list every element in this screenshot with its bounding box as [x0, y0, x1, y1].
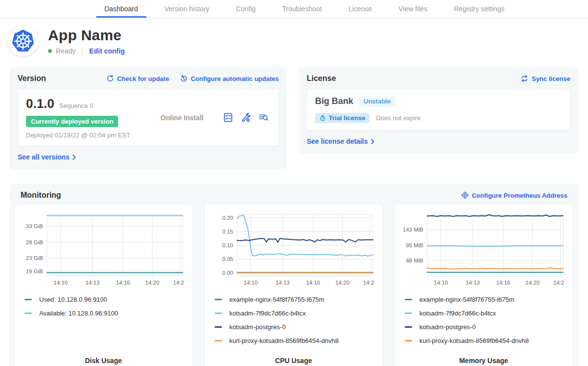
legend-item: example-nginx-54f8f76755-l675m: [403, 296, 564, 303]
svg-text:0.15: 0.15: [222, 229, 233, 235]
gear-icon: [461, 191, 469, 199]
legend-swatch: [405, 313, 412, 314]
svg-text:14:23: 14:23: [553, 280, 564, 286]
edit-config-icon[interactable]: [241, 112, 251, 123]
legend-item: kotsadm-postgres-0: [403, 323, 564, 331]
svg-text:14:16: 14:16: [116, 280, 130, 286]
chevron-right-icon: [371, 139, 374, 144]
legend-label: kotsadm-postgres-0: [419, 323, 476, 331]
legend-label: kotsadm-7f9dc7d66c-b4tcx: [229, 310, 306, 317]
legend-label: kotsadm-7f9dc7d66c-b4tcx: [419, 310, 496, 317]
memory-usage-chart[interactable]: 14:1014:1314:1614:2014:23143 MiB95 MiB48…: [403, 211, 564, 290]
license-details-card: Big Bank Unstable Trial license Does not…: [307, 89, 570, 131]
check-for-update-button[interactable]: Check for update: [106, 75, 169, 82]
license-card-title: License: [307, 74, 336, 83]
see-license-details-link[interactable]: See license details: [307, 137, 374, 145]
tab-license[interactable]: License: [335, 0, 385, 18]
cpu-usage-chart[interactable]: 14:1014:1314:1614:2014:230.200.150.100.0…: [213, 211, 374, 290]
disk-usage-card: 14:1014:1314:1614:2014:2333 GiB28 GiB23 …: [15, 205, 192, 366]
legend-swatch: [215, 313, 222, 314]
legend-item: kotsadm-7f9dc7d66c-b4tcx: [213, 310, 374, 317]
edit-config-link[interactable]: Edit config: [89, 47, 124, 55]
license-card: License Sync license Big Bank Unstable: [299, 67, 578, 154]
svg-text:0.20: 0.20: [222, 215, 233, 221]
charts-row: 14:1014:1314:1614:2014:2333 GiB28 GiB23 …: [15, 205, 573, 366]
svg-text:14:10: 14:10: [434, 280, 448, 286]
view-logs-icon[interactable]: [258, 112, 269, 123]
channel-badge: Unstable: [359, 96, 395, 106]
svg-text:14:13: 14:13: [85, 280, 99, 286]
chart-title: Memory Usage: [403, 357, 564, 366]
legend-item: Available: 10.128.0.96:9100: [23, 310, 184, 317]
svg-text:14:20: 14:20: [525, 280, 539, 286]
svg-text:48 MiB: 48 MiB: [406, 258, 423, 263]
tab-view-files[interactable]: View files: [385, 0, 441, 18]
legend-swatch: [215, 299, 222, 300]
tab-config[interactable]: Config: [222, 0, 269, 18]
legend-swatch: [405, 299, 412, 300]
configure-automatic-updates-button[interactable]: Configure automatic updates: [180, 75, 279, 82]
sync-license-button[interactable]: Sync license: [520, 75, 570, 82]
page-title: App Name: [48, 27, 124, 44]
svg-text:143 MiB: 143 MiB: [403, 227, 423, 233]
preflight-checks-icon[interactable]: [223, 112, 233, 123]
svg-text:19 GiB: 19 GiB: [26, 268, 43, 274]
legend-swatch: [405, 326, 412, 328]
svg-text:0.00: 0.00: [222, 270, 233, 276]
svg-text:0.05: 0.05: [222, 256, 233, 262]
deployed-timestamp: Deployed 01/19/22 @ 02:04 pm EST: [26, 131, 141, 139]
refresh-icon: [106, 75, 114, 82]
disk-usage-chart[interactable]: 14:1014:1314:1614:2014:2333 GiB28 GiB23 …: [23, 211, 184, 290]
svg-text:33 GiB: 33 GiB: [26, 223, 43, 229]
tab-version-history[interactable]: Version history: [151, 0, 223, 18]
legend-swatch: [215, 340, 222, 341]
legend-item: kotsadm-7f9dc7d66c-b4tcx: [403, 310, 564, 317]
legend-swatch: [215, 326, 222, 328]
tab-registry-settings[interactable]: Registry settings: [441, 0, 517, 18]
app-logo: [8, 26, 38, 56]
sequence-label: Sequence 0: [59, 102, 93, 109]
configure-prometheus-button[interactable]: Configure Prometheus Address: [461, 191, 567, 199]
legend-item: Used: 10.128.0.96:9100: [23, 296, 184, 303]
svg-text:23 GiB: 23 GiB: [26, 255, 43, 261]
tab-troubleshoot[interactable]: Troubleshoot: [269, 0, 335, 18]
legend-item: example-nginx-54f8f76755-l675m: [213, 296, 374, 303]
svg-text:14:16: 14:16: [306, 280, 320, 286]
see-all-versions-link[interactable]: See all versions: [18, 153, 76, 161]
legend-label: Available: 10.128.0.96:9100: [39, 310, 118, 317]
top-nav: DashboardVersion historyConfigTroublesho…: [0, 0, 588, 18]
tab-dashboard[interactable]: Dashboard: [91, 0, 151, 18]
kubernetes-logo-icon: [10, 28, 36, 54]
legend-swatch: [24, 299, 32, 300]
nav-tabs: DashboardVersion historyConfigTroublesho…: [91, 0, 518, 18]
legend-label: example-nginx-54f8f76755-l675m: [419, 296, 514, 303]
deployed-version-card: 0.1.0 Sequence 0 Currently deployed vers…: [18, 89, 279, 146]
svg-text:14:20: 14:20: [145, 280, 159, 286]
svg-text:14:23: 14:23: [363, 280, 374, 286]
monitoring-title: Monitoring: [21, 191, 61, 200]
chart-legend: example-nginx-54f8f76755-l675mkotsadm-7f…: [403, 296, 564, 351]
legend-item: kurl-proxy-kotsadm-8569fb6454-dnvh8: [213, 337, 374, 344]
expiry-text: Does not expire: [376, 114, 420, 122]
svg-text:14:20: 14:20: [335, 280, 349, 286]
status-text: Ready: [56, 47, 75, 55]
svg-text:14:16: 14:16: [496, 280, 511, 286]
version-number: 0.1.0: [26, 96, 54, 111]
svg-text:95 MiB: 95 MiB: [406, 242, 423, 248]
chart-title: CPU Usage: [213, 357, 374, 366]
currently-deployed-badge: Currently deployed version: [26, 116, 118, 127]
legend-label: Used: 10.128.0.96:9100: [39, 296, 107, 303]
chart-legend: example-nginx-54f8f76755-l675mkotsadm-7f…: [213, 296, 374, 351]
memory-usage-card: 14:1014:1314:1614:2014:23143 MiB95 MiB48…: [395, 205, 572, 366]
svg-text:14:23: 14:23: [173, 280, 184, 286]
legend-swatch: [24, 313, 32, 314]
cpu-usage-card: 14:1014:1314:1614:2014:230.200.150.100.0…: [205, 205, 382, 366]
install-type-label: Online Install: [141, 114, 223, 122]
chart-legend: Used: 10.128.0.96:9100Available: 10.128.…: [23, 296, 184, 323]
monitoring-section: Monitoring Configure Prometheus Address …: [10, 184, 578, 366]
legend-item: kurl-proxy-kotsadm-8569fb6454-dnvh8: [403, 337, 564, 344]
app-header: App Name Ready | Edit config: [0, 18, 588, 61]
svg-text:14:10: 14:10: [53, 280, 68, 286]
sync-icon: [520, 75, 529, 82]
ready-status-dot: [48, 49, 52, 53]
